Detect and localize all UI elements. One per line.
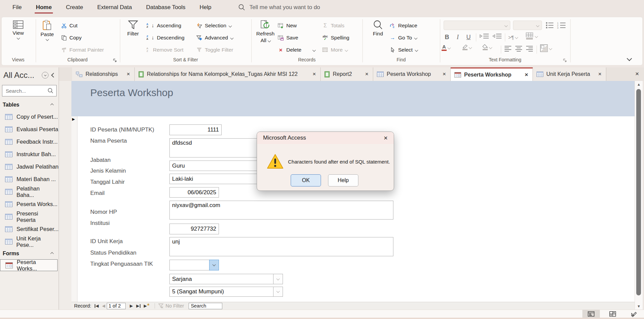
save-record-button[interactable]: Save <box>278 32 298 44</box>
tab-relationships-report[interactable]: Relationships for Nama Kelompok_Kelas_Tu… <box>135 67 321 81</box>
decrease-indent-button[interactable] <box>492 32 502 40</box>
field-combo-tingkat-penguasaan-tik[interactable]: 5 (Sangat Mumpuni) <box>169 287 283 297</box>
dialog-close-icon[interactable]: × <box>384 135 388 141</box>
bullets-button[interactable] <box>545 21 554 29</box>
tab-close-icon[interactable]: × <box>312 71 317 78</box>
tab-close-icon[interactable]: × <box>442 71 447 78</box>
paragraph-direction-button[interactable]: >¶ <box>508 32 518 42</box>
scroll-up-icon[interactable]: ▲ <box>637 82 641 86</box>
remove-sort-button[interactable]: AZ Remove Sort <box>144 44 183 56</box>
format-painter-button[interactable]: Format Painter <box>61 44 104 56</box>
field-input-email[interactable]: niyxav@gmail.com <box>169 201 393 220</box>
collapse-ribbon-button[interactable] <box>627 56 631 62</box>
previous-record-button[interactable]: ◀ <box>102 303 105 308</box>
field-input-institusi[interactable]: unj <box>169 237 393 256</box>
underline-button[interactable]: U <box>464 32 473 42</box>
tables-section-header[interactable]: Tables <box>0 99 59 111</box>
background-color-button[interactable] <box>540 44 552 52</box>
nav-search-box[interactable] <box>2 85 57 96</box>
field-combo-status-pendidikan[interactable]: Sarjana <box>169 274 283 284</box>
tab-close-icon[interactable]: × <box>126 71 131 78</box>
sidebar-item-peserta-workshop[interactable]: Peserta Works... <box>0 198 59 210</box>
record-position-input[interactable] <box>107 303 126 309</box>
refresh-all-button[interactable]: Refresh All <box>254 20 277 44</box>
more-button[interactable]: More <box>322 44 348 56</box>
no-filter-indicator[interactable]: No Filter <box>158 303 184 309</box>
sidebar-item-instruktur-bahan[interactable]: Instruktur Bah... <box>0 148 59 161</box>
filter-button[interactable]: Filter <box>123 20 143 37</box>
cut-button[interactable]: Cut <box>61 20 77 31</box>
select-button[interactable]: Select <box>390 44 418 56</box>
layout-view-button[interactable] <box>604 310 621 318</box>
tab-peserta-workshop-form[interactable]: Peserta Workshop × <box>451 67 533 81</box>
text-formatting-dialog-launcher[interactable] <box>563 58 568 62</box>
dropdown-button[interactable] <box>273 274 283 284</box>
sidebar-item-presensi-peserta[interactable]: Presensi Peserta <box>0 210 59 223</box>
shutter-bar-collapse-icon[interactable] <box>51 73 56 78</box>
tab-relationships[interactable]: Relationships × <box>72 67 135 81</box>
fill-color-button[interactable] <box>482 44 492 50</box>
close-tab-group-icon[interactable]: × <box>635 70 639 78</box>
dropdown-button[interactable] <box>273 287 283 296</box>
tab-close-icon[interactable]: × <box>364 71 369 78</box>
close-all-tabs-icon[interactable] <box>573 69 575 77</box>
tell-me-search[interactable]: Tell me what you want to do <box>238 4 320 11</box>
align-left-button[interactable] <box>504 46 512 52</box>
record-search-input[interactable] <box>189 303 222 309</box>
first-record-button[interactable]: ◀ <box>95 303 99 308</box>
sidebar-item-materi-bahan[interactable]: Materi Bahan ... <box>0 173 59 185</box>
menu-home[interactable]: Home <box>29 0 59 15</box>
selection-button[interactable]: Selection <box>196 20 231 31</box>
paste-button[interactable]: Paste <box>37 20 57 40</box>
align-right-button[interactable] <box>526 46 533 52</box>
spelling-button[interactable]: abc✓ Spelling <box>322 32 349 44</box>
field-input-tanggal-lahir[interactable] <box>169 187 219 198</box>
tab-peserta-workshop-table[interactable]: Peserta Workshop × <box>373 67 451 81</box>
dialog-title-bar[interactable]: Microsoft Access × <box>257 132 394 144</box>
forms-section-header[interactable]: Forms <box>0 248 59 259</box>
sidebar-item-evaluasi-peserta[interactable]: Evaluasi Peserta <box>0 123 59 136</box>
clipboard-dialog-launcher[interactable] <box>113 58 118 62</box>
align-center-button[interactable] <box>515 46 522 52</box>
sidebar-item-peserta-workshop-form[interactable]: Peserta Works... <box>0 259 58 271</box>
design-view-button[interactable] <box>625 310 643 318</box>
copy-button[interactable]: Copy <box>61 32 82 44</box>
field-input-nomor-hp[interactable] <box>169 224 219 234</box>
italic-button[interactable]: I <box>453 32 462 42</box>
descending-button[interactable]: ZA↓ Descending <box>144 32 185 44</box>
new-record-button[interactable]: New <box>278 20 297 31</box>
next-record-button[interactable]: ▶ <box>130 303 133 308</box>
sidebar-item-feedback-instruktur[interactable]: Feedback Instr... <box>0 136 59 148</box>
sidebar-item-copy-of-peserta[interactable]: Copy of Pesert... <box>0 111 59 123</box>
menu-external-data[interactable]: External Data <box>90 0 139 15</box>
sidebar-item-unit-kerja-peserta[interactable]: Unit Kerja Pese... <box>0 235 59 248</box>
go-to-button[interactable]: → Go To <box>390 32 417 44</box>
highlight-color-button[interactable] <box>462 44 472 50</box>
menu-file[interactable]: File <box>5 0 29 15</box>
ok-button[interactable]: OK <box>291 174 321 186</box>
tab-close-icon[interactable]: × <box>524 71 529 78</box>
vertical-scrollbar[interactable]: ▲ ▼ <box>635 81 643 310</box>
form-view-button[interactable] <box>582 310 600 318</box>
tab-report2[interactable]: Report2 × <box>321 67 373 81</box>
font-size-select[interactable] <box>513 21 542 30</box>
gridlines-button[interactable] <box>526 32 538 40</box>
help-button[interactable]: Help <box>328 174 358 186</box>
tab-close-icon[interactable]: × <box>598 71 602 78</box>
record-selector-bar[interactable]: ▶ <box>71 116 77 302</box>
scroll-down-icon[interactable]: ▼ <box>637 304 641 308</box>
increase-indent-button[interactable] <box>479 32 489 40</box>
nav-pane-menu-icon[interactable] <box>42 72 49 79</box>
delete-record-button[interactable]: × Delete <box>278 44 315 56</box>
find-button[interactable]: Find <box>367 20 388 37</box>
toggle-filter-button[interactable]: Toggle Filter <box>196 44 233 56</box>
font-family-select[interactable] <box>444 21 510 30</box>
scrollbar-thumb[interactable] <box>636 89 641 295</box>
last-record-button[interactable]: ▶ <box>136 303 140 308</box>
menu-create[interactable]: Create <box>59 0 90 15</box>
numbering-button[interactable]: 123 <box>557 21 566 29</box>
advanced-button[interactable]: Advanced <box>196 32 233 44</box>
field-input-id-peserta[interactable] <box>169 124 222 135</box>
sidebar-item-pelatihan-bahasa[interactable]: Pelatihan Baha... <box>0 185 59 198</box>
sidebar-item-sertifikat-peserta[interactable]: Sertifikat Peser... <box>0 223 59 235</box>
